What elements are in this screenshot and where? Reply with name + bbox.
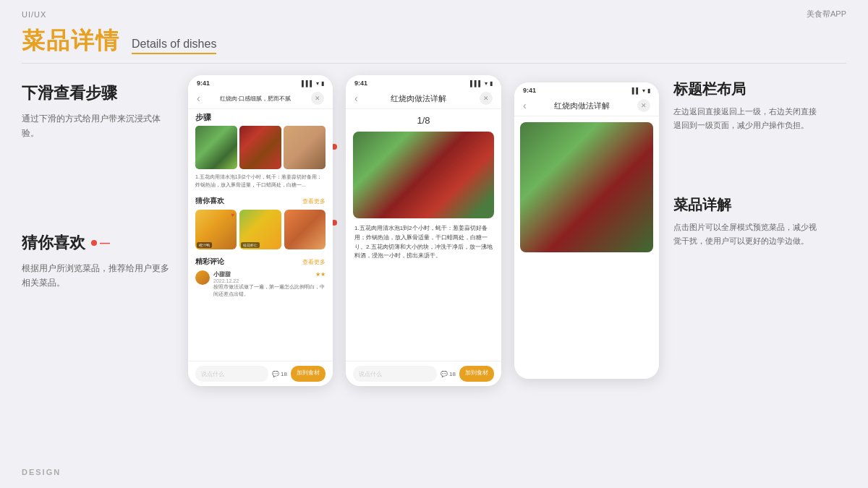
phone1-like[interactable]: 💬 18 xyxy=(272,366,287,382)
phone1-nav: ‹ 红烧肉·口感细腻，肥而不腻 ✕ xyxy=(188,88,333,109)
reviewer-info: 小甜甜 ★★ 2022.12.22 按照市做法试做了一遍，第一遍怎么比例明白，中… xyxy=(213,270,326,298)
phone1-recommend-label: 猜你喜欢 xyxy=(195,196,224,206)
dish-detail-feature: 菜品详解 点击图片可以全屏模式预览菜品，减少视觉干扰，使用户可以更好的边学边做。 xyxy=(673,195,818,247)
header-section: 菜品详情 Details of dishes xyxy=(0,20,868,57)
phone1-reviews-label: 精彩评论 xyxy=(195,257,224,267)
reviewer-avatar xyxy=(195,270,210,285)
phone2-step-text: 1.五花肉用清水泡1到2个小时，蚝干：葱姜蒜切好备用；炸锅热油，放入豚骨适量，干… xyxy=(346,218,501,267)
page-title-en: Details of dishes xyxy=(132,38,216,51)
scroll-feature-desc: 通过下滑的方式给用户带来沉浸式体验。 xyxy=(22,111,174,141)
phone2-comment-input[interactable]: 说点什么 xyxy=(353,366,437,382)
recommend-item-1[interactable]: ♥ 橙汁鸭 xyxy=(195,210,237,249)
phone1-comment-input[interactable]: 说点什么 xyxy=(195,366,268,382)
title-en-wrap: Details of dishes xyxy=(132,38,216,57)
phone1-status-icons: ▌▌▌ ▾ ▮ xyxy=(302,80,324,87)
scroll-feature-title: 下滑查看步骤 xyxy=(22,82,174,104)
recommend-feature-desc: 根据用户所浏览菜品，推荐给用户更多相关菜品。 xyxy=(22,261,174,291)
phone1-reviews: 小甜甜 ★★ 2022.12.22 按照市做法试做了一遍，第一遍怎么比例明白，中… xyxy=(188,270,333,301)
phone-mockup-2: 9:41 ▌▌▌ ▾ ▮ ‹ 红烧肉做法详解 ✕ 1/8 xyxy=(346,75,501,386)
phone1-back[interactable]: ‹ xyxy=(197,93,200,104)
main-content: 下滑查看步骤 通过下滑的方式给用户带来沉浸式体验。 猜你喜欢 — 根据用户所浏览… xyxy=(0,64,868,465)
phone1-time: 9:41 xyxy=(197,80,210,87)
step-image-herbs[interactable] xyxy=(195,126,237,169)
food-label-2: 桂花虾仁 xyxy=(241,242,260,248)
phone2-like[interactable]: 💬 18 xyxy=(441,366,456,382)
review-text: 按照市做法试做了一遍，第一遍怎么比例明白，中间还差点出错。 xyxy=(213,283,326,298)
top-bar: UI/UX 美食帮APP xyxy=(0,0,868,20)
phone2-step-image[interactable] xyxy=(353,132,494,218)
phone3-status-icons: ▌▌ ▾ ▮ xyxy=(632,87,650,94)
step-image-cutting[interactable] xyxy=(284,126,326,169)
left-panel: 下滑查看步骤 通过下滑的方式给用户带来沉浸式体验。 猜你喜欢 — 根据用户所浏览… xyxy=(14,75,181,465)
top-right-label: 美食帮APP xyxy=(807,9,846,20)
food-label-1: 橙汁鸭 xyxy=(197,242,212,248)
phone1-nav-title: 红烧肉·口感细腻，肥而不腻 xyxy=(220,95,291,103)
recommend-dot xyxy=(91,240,97,246)
phone2-bottom-bar: 说点什么 💬 18 加到食材 xyxy=(346,361,501,386)
phone3-close[interactable]: ✕ xyxy=(637,99,650,112)
phone3-time: 9:41 xyxy=(523,87,536,94)
recommend-item-3[interactable] xyxy=(284,210,326,249)
review-stars: ★★ xyxy=(315,271,326,278)
phone2-close[interactable]: ✕ xyxy=(480,92,493,105)
phone-mockup-1: 9:41 ▌▌▌ ▾ ▮ ‹ 红烧肉·口感细腻，肥而不腻 ✕ 步骤 xyxy=(188,75,333,386)
phone3-screen: 9:41 ▌▌ ▾ ▮ ‹ 红烧肉做法详解 ✕ xyxy=(514,82,659,252)
phone2-status-icons: ▌▌▌ ▾ ▮ xyxy=(470,80,493,87)
reviewer-name: 小甜甜 xyxy=(213,270,231,278)
phone1-comment-placeholder: 说点什么 xyxy=(201,370,224,378)
page-title-cn: 菜品详情 xyxy=(22,25,120,57)
phone2-status-bar: 9:41 ▌▌▌ ▾ ▮ xyxy=(346,75,501,88)
step-image-meat[interactable] xyxy=(239,126,281,169)
phone3-status-bar: 9:41 ▌▌ ▾ ▮ xyxy=(514,82,659,95)
phone2-step-counter: 1/8 xyxy=(346,109,501,132)
phone2-nav-title: 红烧肉做法详解 xyxy=(391,93,446,104)
phones-area: 9:41 ▌▌▌ ▾ ▮ ‹ 红烧肉·口感细腻，肥而不腻 ✕ 步骤 xyxy=(188,75,659,465)
recommend-feature: 猜你喜欢 — 根据用户所浏览菜品，推荐给用户更多相关菜品。 xyxy=(22,232,174,291)
phone2-comment-placeholder: 说点什么 xyxy=(359,370,382,378)
top-left-label: UI/UX xyxy=(22,10,46,19)
phone1-recommend-row: ♥ 橙汁鸭 桂花虾仁 xyxy=(188,210,333,253)
recommend-item-2[interactable]: 桂花虾仁 xyxy=(239,210,281,249)
phone1-reviews-header: 精彩评论 查看更多 xyxy=(188,253,333,270)
reviewer-date: 2022.12.22 xyxy=(213,278,326,283)
title-bar-feature: 标题栏布局 左边返回直接返回上一级，右边关闭直接退回到一级页面，减少用户操作负担… xyxy=(673,80,818,132)
like-count-2: 18 xyxy=(449,371,456,377)
title-bar-desc: 左边返回直接返回上一级，右边关闭直接退回到一级页面，减少用户操作负担。 xyxy=(673,105,818,132)
like-count: 18 xyxy=(281,371,287,377)
phone1-step-text: 1.五花肉用清水泡1到2个小时，蚝干：葱姜蒜切好备用；炸锅热油，放入豚骨适量，干… xyxy=(188,174,333,192)
dish-detail-desc: 点击图片可以全屏模式预览菜品，减少视觉干扰，使用户可以更好的边学边做。 xyxy=(673,221,818,247)
comment-icon: 💬 xyxy=(272,371,279,377)
phone2-screen: 9:41 ▌▌▌ ▾ ▮ ‹ 红烧肉做法详解 ✕ 1/8 xyxy=(346,75,501,386)
phone1-reviews-more[interactable]: 查看更多 xyxy=(302,258,326,266)
heart-icon-1: ♥ xyxy=(231,212,235,218)
phone3-content xyxy=(520,122,653,252)
dish-detail-title: 菜品详解 xyxy=(673,195,818,215)
phone1-status-bar: 9:41 ▌▌▌ ▾ ▮ xyxy=(188,75,333,88)
phone2-nav: ‹ 红烧肉做法详解 ✕ xyxy=(346,88,501,109)
phone3-nav-title: 红烧肉做法详解 xyxy=(554,100,610,111)
scroll-feature: 下滑查看步骤 通过下滑的方式给用户带来沉浸式体验。 xyxy=(22,82,174,141)
right-panel: 标题栏布局 左边返回直接返回上一级，右边关闭直接退回到一级页面，减少用户操作负担… xyxy=(666,75,825,465)
phone3-back[interactable]: ‹ xyxy=(523,100,527,111)
phone2-collect-btn[interactable]: 加到食材 xyxy=(459,366,494,382)
comment-icon-2: 💬 xyxy=(441,371,448,377)
phone1-bottom-bar: 说点什么 💬 18 加到食材 xyxy=(188,361,333,386)
title-bar-title: 标题栏布局 xyxy=(673,80,818,99)
phone3-nav: ‹ 红烧肉做法详解 ✕ xyxy=(514,95,659,116)
reviewer-row: 小甜甜 ★★ 2022.12.22 按照市做法试做了一遍，第一遍怎么比例明白，中… xyxy=(195,270,326,298)
phone1-steps-label: 步骤 xyxy=(188,109,333,126)
title-underline xyxy=(132,53,216,54)
phone1-close[interactable]: ✕ xyxy=(311,92,324,105)
phone1-step-images xyxy=(188,126,333,174)
phone2-back[interactable]: ‹ xyxy=(354,93,358,104)
phone1-recommend-more[interactable]: 查看更多 xyxy=(302,197,326,205)
phone1-screen: 9:41 ▌▌▌ ▾ ▮ ‹ 红烧肉·口感细腻，肥而不腻 ✕ 步骤 xyxy=(188,75,333,386)
phone-mockup-3: 9:41 ▌▌ ▾ ▮ ‹ 红烧肉做法详解 ✕ xyxy=(514,82,659,379)
recommend-feature-title: 猜你喜欢 xyxy=(22,232,85,254)
recommend-feature-title-row: 猜你喜欢 — xyxy=(22,232,174,254)
phone2-time: 9:41 xyxy=(354,80,367,87)
footer-design-label: DESIGN xyxy=(22,468,61,476)
phone1-recommend-header: 猜你喜欢 查看更多 xyxy=(188,192,333,210)
phone1-collect-btn[interactable]: 加到食材 xyxy=(291,366,326,382)
